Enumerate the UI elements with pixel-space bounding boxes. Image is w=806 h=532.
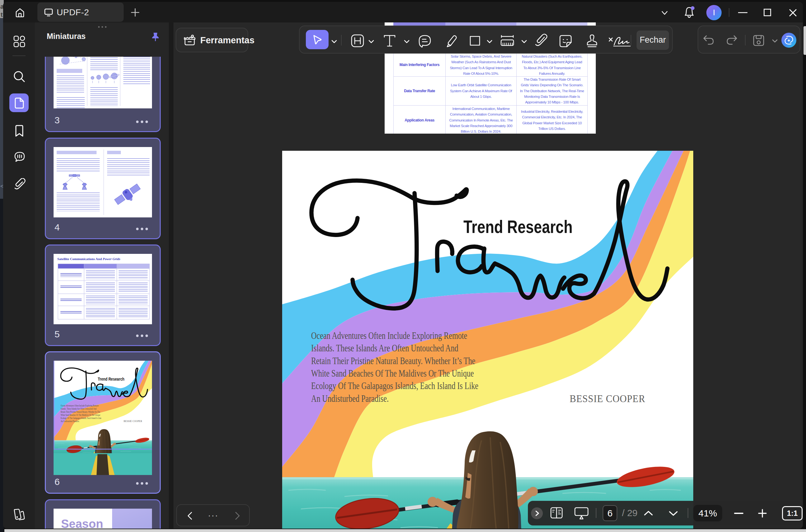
svg-text:Trend Research: Trend Research [463, 217, 573, 237]
svg-text:Retain Their Pristine Natural: Retain Their Pristine Natural Beauty. Wh… [61, 411, 100, 413]
svg-text:Islands. These Islands Are Oft: Islands. These Islands Are Often Untouch… [311, 343, 458, 354]
svg-text:BESSIE COOPER: BESSIE COOPER [570, 393, 645, 404]
svg-text:White Sand Beaches Of The Mald: White Sand Beaches Of The Maldives Or Th… [311, 368, 474, 379]
svg-text:Ecology Of The Galapagos Islan: Ecology Of The Galapagos Islands, Each I… [61, 417, 101, 419]
svg-text:Islands. These Islands Are Oft: Islands. These Islands Are Often Untouch… [61, 407, 97, 410]
svg-text:Ecology Of The Galapagos Islan: Ecology Of The Galapagos Islands, Each I… [311, 380, 478, 391]
svg-text:Ocean Adventures Often Include: Ocean Adventures Often Include Exploring… [311, 330, 467, 341]
svg-text:An Undisturbed Paradise.: An Undisturbed Paradise. [61, 420, 80, 422]
svg-text:Ocean Adventures Often Include: Ocean Adventures Often Include Exploring… [61, 405, 99, 407]
svg-text:An Undisturbed Paradise.: An Undisturbed Paradise. [311, 393, 389, 404]
svg-text:Trend Research: Trend Research [98, 377, 124, 382]
svg-text:White Sand Beaches Of The Mald: White Sand Beaches Of The Maldives Or Th… [61, 414, 100, 416]
svg-text:Retain Their Pristine Natural: Retain Their Pristine Natural Beauty. Wh… [311, 355, 475, 366]
svg-text:BESSIE COOPER: BESSIE COOPER [123, 420, 142, 423]
